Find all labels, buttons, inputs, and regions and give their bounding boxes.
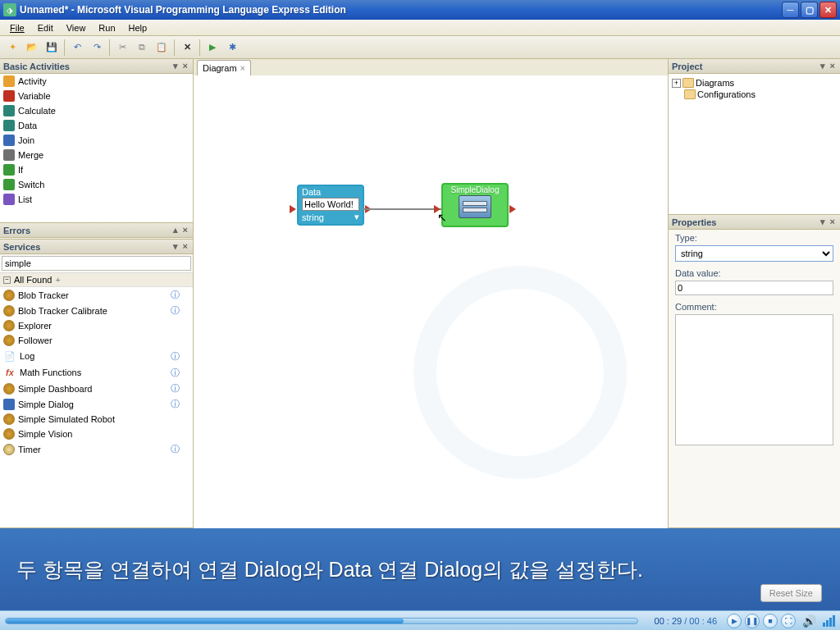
type-select[interactable]: string bbox=[675, 245, 833, 262]
service-item[interactable]: Blob Trackerⓘ bbox=[0, 287, 193, 303]
datavalue-input[interactable] bbox=[675, 281, 833, 295]
tree-item-configurations[interactable]: Configurations bbox=[672, 89, 837, 100]
port-in-icon[interactable] bbox=[290, 205, 296, 213]
info-icon[interactable]: ⓘ bbox=[171, 350, 180, 363]
info-icon[interactable]: ⓘ bbox=[171, 289, 180, 301]
reset-size-button[interactable]: Reset Size bbox=[760, 584, 822, 602]
stop-button[interactable]: ■ bbox=[763, 614, 778, 628]
volume-bars[interactable] bbox=[823, 615, 835, 627]
caption-text: 두 항목을 연결하여 연결 Dialog와 Data 연결 Dialog의 값을… bbox=[16, 556, 643, 583]
gear-icon bbox=[3, 428, 15, 440]
services-search-input[interactable] bbox=[2, 256, 191, 271]
tab-close-icon[interactable]: × bbox=[240, 63, 245, 73]
info-icon[interactable]: ⓘ bbox=[171, 382, 180, 395]
diagram-canvas[interactable]: Data string▾ SimpleDialog ↖ bbox=[194, 75, 668, 528]
activity-item[interactable]: List bbox=[0, 192, 193, 207]
service-item[interactable]: Simple Dialogⓘ bbox=[0, 396, 193, 412]
errors-header[interactable]: Errors ▴× bbox=[0, 223, 193, 238]
folder-icon bbox=[684, 89, 696, 99]
service-item[interactable]: Simple Dashboardⓘ bbox=[0, 381, 193, 396]
info-icon[interactable]: ⓘ bbox=[171, 443, 180, 455]
log-icon: 📄 bbox=[3, 349, 16, 363]
services-group-header[interactable]: − All Found + bbox=[0, 273, 193, 287]
data-value-input[interactable] bbox=[302, 198, 359, 211]
simple-dialog-node[interactable]: SimpleDialog bbox=[441, 183, 509, 227]
list-icon bbox=[3, 194, 15, 205]
chevron-down-icon: ▾ bbox=[354, 212, 359, 222]
activity-item[interactable]: Merge bbox=[0, 148, 193, 162]
data-node[interactable]: Data string▾ bbox=[297, 185, 364, 226]
tree-item-diagrams[interactable]: + Diagrams bbox=[672, 77, 837, 89]
progress-bar[interactable] bbox=[5, 618, 638, 624]
copy-button[interactable]: ⧉ bbox=[133, 39, 151, 57]
undo-button[interactable]: ↶ bbox=[68, 39, 86, 57]
service-item[interactable]: Simple Simulated Robot bbox=[0, 412, 193, 427]
service-item[interactable]: 📄Logⓘ bbox=[0, 348, 193, 364]
service-item[interactable]: Blob Tracker Calibrateⓘ bbox=[0, 303, 193, 318]
watermark-icon bbox=[413, 266, 627, 479]
redo-button[interactable]: ↷ bbox=[88, 39, 106, 57]
basic-activities-list: Activity Variable Calculate Data Join Me… bbox=[0, 74, 193, 222]
close-button[interactable]: ✕ bbox=[819, 2, 837, 18]
cut-button[interactable]: ✂ bbox=[113, 39, 131, 57]
panel-dropdown-icon[interactable]: ▾ bbox=[819, 217, 827, 227]
play-button[interactable]: ▶ bbox=[727, 614, 742, 628]
menu-edit[interactable]: Edit bbox=[31, 21, 60, 34]
panel-close-icon[interactable]: × bbox=[181, 241, 189, 252]
activity-item[interactable]: Activity bbox=[0, 74, 193, 89]
panel-close-icon[interactable]: × bbox=[829, 217, 837, 227]
menu-file[interactable]: File bbox=[3, 21, 31, 34]
info-icon[interactable]: ⓘ bbox=[171, 398, 180, 410]
maximize-button[interactable]: ▢ bbox=[801, 2, 818, 18]
variable-icon bbox=[3, 90, 15, 102]
menu-run[interactable]: Run bbox=[92, 21, 121, 34]
data-type-label[interactable]: string▾ bbox=[299, 211, 363, 223]
activity-item[interactable]: Calculate bbox=[0, 103, 193, 118]
delete-button[interactable]: ✕ bbox=[178, 39, 196, 57]
panel-close-icon[interactable]: × bbox=[181, 225, 189, 235]
menu-help[interactable]: Help bbox=[122, 21, 154, 34]
activity-item[interactable]: Data bbox=[0, 118, 193, 133]
port-out-icon[interactable] bbox=[509, 205, 516, 213]
pause-button[interactable]: ❚❚ bbox=[745, 614, 760, 628]
panel-dropdown-icon[interactable]: ▾ bbox=[171, 61, 180, 71]
activity-item[interactable]: If bbox=[0, 162, 193, 177]
activity-item[interactable]: Variable bbox=[0, 89, 193, 103]
service-item[interactable]: Follower bbox=[0, 333, 193, 348]
activity-item[interactable]: Join bbox=[0, 133, 193, 148]
math-icon: fx bbox=[3, 366, 16, 379]
window-titlebar: ⬗ Unnamed* - Microsoft Visual Programmin… bbox=[0, 0, 840, 20]
run-button[interactable]: ▶ bbox=[203, 39, 221, 57]
info-icon[interactable]: ⓘ bbox=[171, 367, 180, 379]
tab-diagram[interactable]: Diagram × bbox=[197, 60, 251, 75]
window-title: Unnamed* - Microsoft Visual Programming … bbox=[20, 4, 782, 16]
panel-dropdown-icon[interactable]: ▴ bbox=[171, 225, 180, 235]
comment-textarea[interactable] bbox=[675, 314, 833, 445]
panel-dropdown-icon[interactable]: ▾ bbox=[819, 61, 827, 71]
panel-dropdown-icon[interactable]: ▾ bbox=[171, 241, 180, 252]
info-icon[interactable]: ⓘ bbox=[171, 304, 180, 317]
minimize-button[interactable]: ─ bbox=[782, 2, 799, 18]
panel-close-icon[interactable]: × bbox=[181, 61, 189, 71]
service-item[interactable]: fxMath Functionsⓘ bbox=[0, 364, 193, 381]
service-item[interactable]: Timerⓘ bbox=[0, 441, 193, 457]
save-button[interactable]: 💾 bbox=[43, 39, 61, 57]
folder-icon bbox=[682, 78, 694, 88]
gear-icon bbox=[3, 413, 15, 425]
volume-icon[interactable]: 🔊 bbox=[802, 614, 816, 628]
paste-button[interactable]: 📋 bbox=[153, 39, 171, 57]
app-icon: ⬗ bbox=[3, 3, 16, 16]
debug-button[interactable]: ✱ bbox=[223, 39, 241, 57]
open-button[interactable]: 📂 bbox=[23, 39, 41, 57]
fullscreen-button[interactable]: ⛶ bbox=[781, 614, 796, 628]
service-item[interactable]: Simple Vision bbox=[0, 427, 193, 441]
connection-line[interactable] bbox=[363, 208, 443, 210]
expander-icon[interactable]: + bbox=[672, 79, 681, 88]
dialog-icon bbox=[3, 399, 15, 410]
service-item[interactable]: Explorer bbox=[0, 318, 193, 333]
new-button[interactable]: ✦ bbox=[3, 39, 21, 57]
panel-close-icon[interactable]: × bbox=[829, 61, 837, 71]
activity-item[interactable]: Switch bbox=[0, 177, 193, 192]
gear-icon bbox=[3, 335, 15, 346]
menu-view[interactable]: View bbox=[60, 21, 93, 34]
